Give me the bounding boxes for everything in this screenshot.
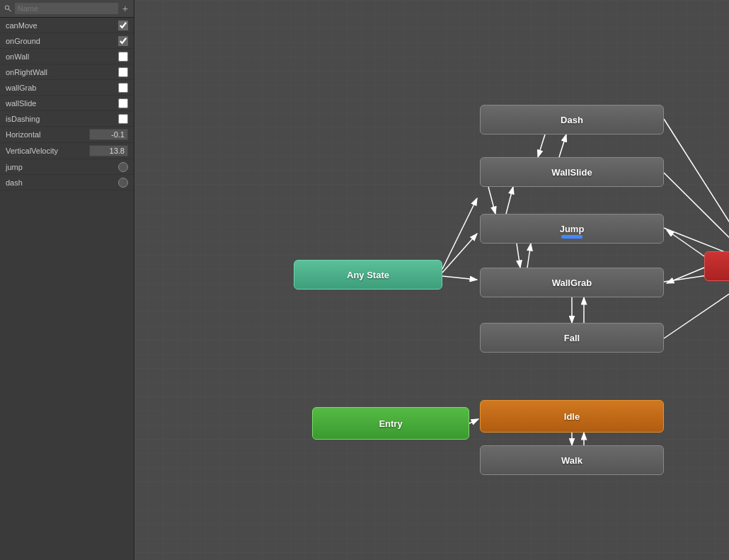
state-node-walk[interactable]: Walk [480, 445, 664, 475]
param-checkbox-wallSlide[interactable] [118, 98, 128, 108]
state-label-wallslide: WallSlide [551, 167, 592, 178]
param-checkbox-onWall[interactable] [118, 52, 128, 62]
graph-area[interactable]: Dash WallSlide Jump WallGrab Fall Any St… [134, 0, 729, 560]
svg-line-21 [469, 419, 478, 423]
add-parameter-button[interactable]: + [121, 3, 130, 14]
param-checkbox-onGround[interactable] [118, 36, 128, 46]
state-label-wallgrab: WallGrab [552, 278, 592, 288]
param-row-isDashing: isDashing [0, 111, 134, 127]
svg-line-9 [559, 135, 566, 157]
svg-line-1 [8, 9, 11, 11]
state-label-anystate: Any State [347, 270, 389, 280]
param-row-wallSlide: wallSlide [0, 96, 134, 111]
state-label-jump: Jump [560, 224, 585, 234]
search-icon [4, 4, 12, 13]
param-row-wallGrab: wallGrab [0, 80, 134, 96]
param-trigger-jump[interactable] [118, 162, 128, 172]
search-input[interactable] [15, 3, 118, 14]
svg-line-5 [442, 276, 477, 280]
param-trigger-dash[interactable] [118, 178, 128, 188]
param-row-dash: dash [0, 175, 134, 190]
state-label-walk: Walk [561, 455, 582, 466]
svg-line-18 [664, 280, 729, 338]
state-node-wallslide[interactable]: WallSlide [480, 157, 664, 187]
param-row-canMove: canMove [0, 18, 134, 33]
progress-bar-jump [561, 235, 582, 239]
state-node-fall[interactable]: Fall [480, 323, 664, 353]
svg-line-3 [442, 198, 477, 269]
param-row-onRightWall: onRightWall [0, 64, 134, 80]
param-label: onGround [6, 37, 118, 45]
svg-line-15 [664, 173, 729, 258]
svg-point-0 [5, 6, 8, 9]
param-label: isDashing [6, 115, 118, 123]
svg-line-6 [488, 187, 495, 214]
param-checkbox-wallGrab[interactable] [118, 83, 128, 93]
param-checkbox-isDashing[interactable] [118, 114, 128, 124]
param-label: Horizontal [6, 130, 89, 139]
param-row-VerticalVelocity: VerticalVelocity [0, 143, 134, 159]
state-label-fall: Fall [564, 333, 580, 343]
svg-line-14 [664, 119, 729, 255]
state-label-entry: Entry [379, 418, 402, 429]
state-node-entry[interactable]: Entry [312, 407, 469, 440]
svg-line-4 [442, 234, 477, 273]
state-node-jump[interactable]: Jump [480, 214, 664, 244]
param-row-onWall: onWall [0, 49, 134, 64]
param-label: onWall [6, 52, 118, 61]
param-label: onRightWall [6, 68, 118, 76]
panel-header: + [0, 0, 134, 18]
state-label-dash: Dash [561, 115, 583, 125]
param-row-Horizontal: Horizontal [0, 127, 134, 143]
param-value-VerticalVelocity[interactable] [89, 145, 128, 156]
svg-line-7 [506, 187, 513, 214]
param-label: VerticalVelocity [6, 147, 89, 155]
param-label: canMove [6, 21, 118, 30]
param-label: jump [6, 163, 118, 171]
svg-line-11 [527, 244, 531, 268]
state-node-idle[interactable]: Idle [480, 400, 664, 433]
param-checkbox-canMove[interactable] [118, 21, 128, 30]
param-label: wallGrab [6, 84, 118, 92]
svg-line-19 [667, 230, 704, 256]
state-node-anystate[interactable]: Any State [294, 260, 442, 290]
state-node-wallgrab[interactable]: WallGrab [480, 268, 664, 297]
svg-line-10 [517, 244, 520, 268]
left-panel: + canMove onGround onWall onRightWall wa… [0, 0, 134, 560]
param-row-jump: jump [0, 159, 134, 175]
param-row-onGround: onGround [0, 33, 134, 49]
svg-line-20 [667, 268, 704, 283]
param-label: wallSlide [6, 99, 118, 108]
state-node-dash[interactable]: Dash [480, 105, 664, 135]
param-value-Horizontal[interactable] [89, 129, 128, 140]
state-label-idle: Idle [564, 411, 580, 422]
param-label: dash [6, 178, 118, 187]
svg-line-8 [538, 135, 545, 157]
param-checkbox-onRightWall[interactable] [118, 67, 128, 77]
state-node-exit[interactable]: Exit [704, 251, 729, 281]
